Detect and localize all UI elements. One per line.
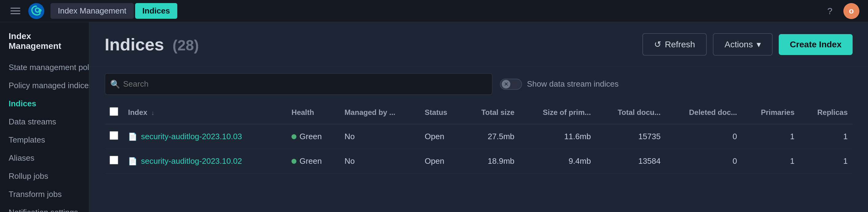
actions-button[interactable]: Actions ▾ [713,33,773,56]
sidebar-item-aliases[interactable]: Aliases [0,149,89,167]
sort-icon[interactable]: ↓ [151,109,154,116]
col-replicas: Replicas [799,101,852,124]
col-status: Status [420,101,463,124]
indices-table-container: Index ↓ Health Managed by ... Status Tot… [89,101,868,212]
hamburger-button[interactable] [9,6,22,16]
health-dot-0 [291,134,297,139]
col-total-size: Total size [463,101,519,124]
opensearch-logo [28,3,44,19]
create-index-button[interactable]: Create Index [779,34,852,55]
indices-count: (28) [173,37,199,54]
breadcrumb: Index Management Indices [51,3,177,19]
cell-primaries-1: 1 [742,149,800,174]
cell-deleted-docs-1: 0 [665,149,742,174]
cell-total-size-0: 27.5mb [463,124,519,149]
page-title: Indices (28) [105,34,199,55]
sidebar-item-templates[interactable]: Templates [0,131,89,149]
search-icon: 🔍 [110,79,120,89]
cell-replicas-1: 1 [799,149,852,174]
table-row: 📄 security-auditlog-2023.10.03 Green No … [105,124,852,149]
col-primaries: Primaries [742,101,800,124]
cell-deleted-docs-0: 0 [665,124,742,149]
data-stream-toggle[interactable]: ✕ [500,79,522,90]
cell-total-size-1: 18.9mb [463,149,519,174]
cell-status-1: Open [420,149,463,174]
refresh-button[interactable]: ↺ Refresh [642,33,707,56]
cell-replicas-0: 1 [799,124,852,149]
main-content: Indices (28) ↺ Refresh Actions ▾ Create … [89,22,868,212]
index-link-1[interactable]: 📄 security-auditlog-2023.10.02 [128,156,282,166]
help-button[interactable]: ? [823,4,837,19]
health-dot-1 [291,159,297,164]
svg-point-1 [38,9,41,12]
top-nav: Index Management Indices ? o [0,0,868,22]
cell-managed-0: No [340,124,420,149]
col-managed: Managed by ... [340,101,420,124]
content-toolbar: 🔍 ✕ Show data stream indices [89,67,868,101]
col-total-docs: Total docu... [596,101,666,124]
sidebar-title: Index Management [0,31,89,58]
sidebar-item-rollup-jobs[interactable]: Rollup jobs [0,167,89,185]
table-row: 📄 security-auditlog-2023.10.02 Green No … [105,149,852,174]
doc-icon-1: 📄 [128,157,137,166]
col-deleted-docs: Deleted doc... [665,101,742,124]
avatar[interactable]: o [843,3,859,19]
col-health: Health [286,101,340,124]
refresh-icon: ↺ [654,39,661,49]
search-container: 🔍 [105,73,493,95]
cell-primaries-0: 1 [742,124,800,149]
toggle-close-icon: ✕ [502,80,510,89]
cell-managed-1: No [340,149,420,174]
content-header: Indices (28) ↺ Refresh Actions ▾ Create … [89,22,868,67]
indices-table: Index ↓ Health Managed by ... Status Tot… [105,101,852,174]
sidebar-item-policy-managed[interactable]: Policy managed indices [0,76,89,95]
row-checkbox-0[interactable] [110,131,118,140]
doc-icon-0: 📄 [128,133,137,141]
sidebar: Index Management State management polici… [0,22,89,212]
cell-health-1: Green [286,149,340,174]
sidebar-item-transform-jobs[interactable]: Transform jobs [0,185,89,203]
show-stream-toggle: ✕ Show data stream indices [500,79,619,90]
breadcrumb-indices[interactable]: Indices [135,3,178,19]
sidebar-item-indices[interactable]: Indices [0,95,89,113]
cell-total-docs-1: 13584 [596,149,666,174]
cell-total-docs-0: 15735 [596,124,666,149]
cell-prim-size-1: 9.4mb [519,149,596,174]
cell-index-1: 📄 security-auditlog-2023.10.02 [123,149,286,174]
sidebar-item-data-streams[interactable]: Data streams [0,113,89,131]
col-prim-size: Size of prim... [519,101,596,124]
cell-index-0: 📄 security-auditlog-2023.10.03 [123,124,286,149]
stream-label: Show data stream indices [527,79,619,89]
cell-prim-size-0: 11.6mb [519,124,596,149]
cell-status-0: Open [420,124,463,149]
sidebar-item-notification-settings[interactable]: Notification settings [0,203,89,212]
sidebar-item-state-management[interactable]: State management policies [0,58,89,76]
cell-health-0: Green [286,124,340,149]
row-checkbox-1[interactable] [110,156,118,164]
chevron-down-icon: ▾ [756,39,761,49]
col-index: Index ↓ [123,101,286,124]
select-all-checkbox[interactable] [110,107,118,116]
index-link-0[interactable]: 📄 security-auditlog-2023.10.03 [128,132,282,141]
search-input[interactable] [105,73,493,95]
breadcrumb-index-management[interactable]: Index Management [51,3,134,19]
